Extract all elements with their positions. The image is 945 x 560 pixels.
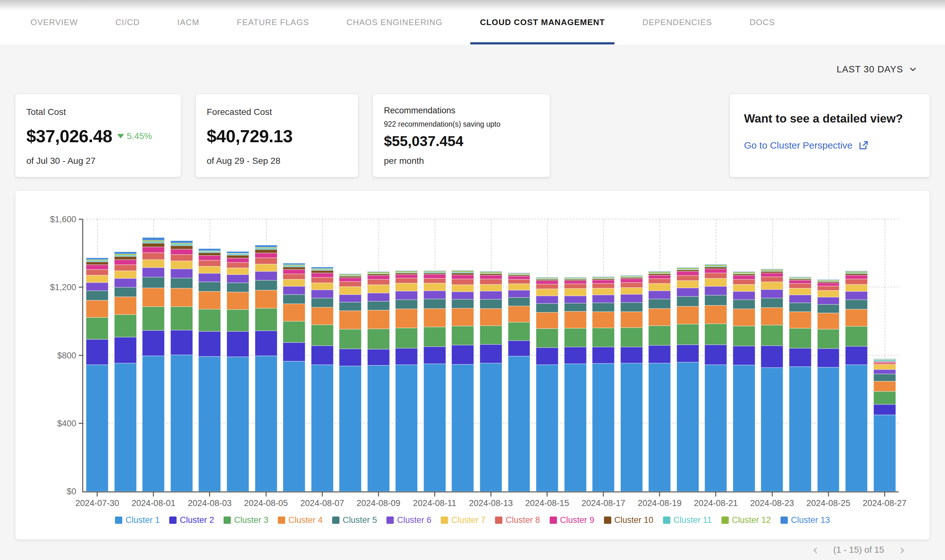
- bar-segment-cluster-13[interactable]: [171, 241, 193, 243]
- bar-segment-cluster-7[interactable]: [592, 288, 614, 295]
- bar-segment-cluster-2[interactable]: [705, 345, 727, 365]
- bar-segment-cluster-2[interactable]: [339, 349, 362, 366]
- stacked-bar-2024-08-21[interactable]: [705, 264, 727, 491]
- bar-segment-cluster-2[interactable]: [620, 347, 643, 363]
- bar-segment-cluster-8[interactable]: [367, 279, 389, 285]
- bar-segment-cluster-4[interactable]: [171, 288, 193, 307]
- stacked-bar-2024-08-22[interactable]: [733, 271, 755, 491]
- bar-segment-cluster-2[interactable]: [396, 348, 417, 365]
- bar-segment-cluster-5[interactable]: [423, 299, 446, 309]
- bar-segment-cluster-1[interactable]: [789, 367, 811, 491]
- bar-segment-cluster-7[interactable]: [367, 285, 389, 293]
- bar-segment-cluster-7[interactable]: [705, 278, 727, 286]
- bar-segment-cluster-9[interactable]: [255, 253, 277, 258]
- bar-segment-cluster-1[interactable]: [817, 367, 840, 491]
- bar-segment-cluster-7[interactable]: [677, 281, 699, 288]
- bar-segment-cluster-1[interactable]: [536, 365, 558, 491]
- bar-segment-cluster-5[interactable]: [620, 303, 643, 312]
- bar-segment-cluster-3[interactable]: [423, 327, 446, 347]
- stacked-bar-2024-08-24[interactable]: [789, 277, 811, 491]
- bar-segment-cluster-7[interactable]: [142, 260, 165, 268]
- nav-tab-dependencies[interactable]: DEPENDENCIES: [642, 0, 712, 45]
- bar-segment-cluster-3[interactable]: [592, 328, 614, 347]
- bar-segment-cluster-6[interactable]: [508, 290, 530, 297]
- bar-segment-cluster-5[interactable]: [648, 299, 671, 309]
- bar-segment-cluster-8[interactable]: [564, 284, 586, 289]
- bar-segment-cluster-3[interactable]: [564, 328, 586, 347]
- bar-segment-cluster-5[interactable]: [761, 298, 783, 308]
- bar-segment-cluster-1[interactable]: [142, 356, 165, 491]
- bar-segment-cluster-5[interactable]: [705, 295, 727, 305]
- bar-segment-cluster-5[interactable]: [677, 297, 699, 306]
- bar-segment-cluster-9[interactable]: [283, 269, 305, 274]
- bar-segment-cluster-1[interactable]: [677, 362, 699, 491]
- bar-segment-cluster-8[interactable]: [508, 279, 530, 284]
- pagination-prev-button[interactable]: ‹: [812, 543, 818, 557]
- stacked-bar-2024-08-09[interactable]: [367, 271, 389, 491]
- bar-segment-cluster-7[interactable]: [114, 271, 137, 278]
- bar-segment-cluster-9[interactable]: [817, 283, 840, 286]
- legend-item-cluster-3[interactable]: Cluster 3: [223, 515, 268, 525]
- bar-segment-cluster-1[interactable]: [648, 363, 671, 491]
- bar-segment-cluster-3[interactable]: [396, 328, 417, 348]
- bar-segment-cluster-3[interactable]: [199, 309, 221, 331]
- bar-segment-cluster-4[interactable]: [789, 312, 811, 329]
- bar-segment-cluster-8[interactable]: [789, 283, 811, 288]
- bar-segment-cluster-4[interactable]: [283, 304, 305, 321]
- bar-segment-cluster-4[interactable]: [255, 290, 277, 308]
- stacked-bar-2024-08-01[interactable]: [142, 237, 165, 491]
- bar-segment-cluster-3[interactable]: [817, 329, 840, 348]
- bar-segment-cluster-7[interactable]: [86, 275, 108, 283]
- bar-segment-cluster-10[interactable]: [142, 243, 165, 247]
- stacked-bar-2024-08-04[interactable]: [227, 251, 249, 491]
- bar-segment-cluster-1[interactable]: [171, 355, 193, 491]
- stacked-bar-2024-07-30[interactable]: [86, 258, 108, 491]
- bar-segment-cluster-3[interactable]: [508, 322, 530, 341]
- bar-segment-cluster-9[interactable]: [142, 247, 165, 253]
- bar-segment-cluster-6[interactable]: [283, 286, 305, 295]
- bar-segment-cluster-8[interactable]: [761, 277, 783, 282]
- bar-segment-cluster-6[interactable]: [114, 278, 137, 287]
- bar-segment-cluster-9[interactable]: [339, 278, 362, 282]
- bar-segment-cluster-8[interactable]: [311, 277, 333, 283]
- bar-segment-cluster-7[interactable]: [789, 288, 811, 295]
- bar-segment-cluster-8[interactable]: [733, 279, 755, 285]
- bar-segment-cluster-1[interactable]: [339, 366, 362, 491]
- bar-segment-cluster-8[interactable]: [677, 275, 699, 281]
- bar-segment-cluster-7[interactable]: [171, 261, 193, 269]
- stacked-bar-2024-08-20[interactable]: [677, 267, 699, 491]
- bar-segment-cluster-8[interactable]: [648, 279, 671, 284]
- bar-segment-cluster-5[interactable]: [114, 287, 137, 297]
- bar-segment-cluster-3[interactable]: [845, 326, 868, 346]
- bar-segment-cluster-6[interactable]: [199, 273, 221, 282]
- stacked-bar-2024-08-10[interactable]: [396, 271, 417, 491]
- bar-segment-cluster-8[interactable]: [592, 283, 614, 288]
- bar-segment-cluster-2[interactable]: [733, 346, 755, 365]
- bar-segment-cluster-7[interactable]: [536, 289, 558, 296]
- bar-segment-cluster-3[interactable]: [114, 315, 137, 337]
- bar-segment-cluster-5[interactable]: [199, 282, 221, 291]
- bar-segment-cluster-4[interactable]: [592, 312, 614, 328]
- bar-segment-cluster-2[interactable]: [789, 348, 811, 367]
- bar-segment-cluster-5[interactable]: [227, 283, 249, 292]
- bar-segment-cluster-13[interactable]: [255, 245, 277, 247]
- bar-segment-cluster-4[interactable]: [86, 300, 108, 317]
- bar-segment-cluster-8[interactable]: [171, 255, 193, 261]
- bar-segment-cluster-6[interactable]: [677, 288, 699, 297]
- bar-segment-cluster-9[interactable]: [564, 281, 586, 284]
- bar-segment-cluster-2[interactable]: [874, 405, 896, 415]
- bar-segment-cluster-1[interactable]: [396, 365, 417, 491]
- bar-segment-cluster-9[interactable]: [423, 274, 446, 278]
- bar-segment-cluster-3[interactable]: [171, 307, 193, 330]
- legend-item-cluster-8[interactable]: Cluster 8: [495, 515, 540, 525]
- nav-tab-feature-flags[interactable]: FEATURE FLAGS: [237, 0, 309, 45]
- bar-segment-cluster-6[interactable]: [817, 297, 840, 305]
- bar-segment-cluster-5[interactable]: [564, 303, 586, 312]
- legend-item-cluster-12[interactable]: Cluster 12: [722, 515, 771, 525]
- bar-segment-cluster-3[interactable]: [451, 326, 474, 345]
- bar-segment-cluster-1[interactable]: [451, 365, 474, 491]
- bar-segment-cluster-6[interactable]: [142, 268, 165, 277]
- bar-segment-cluster-4[interactable]: [227, 292, 249, 309]
- bar-segment-cluster-4[interactable]: [761, 308, 783, 325]
- bar-segment-cluster-6[interactable]: [620, 294, 643, 303]
